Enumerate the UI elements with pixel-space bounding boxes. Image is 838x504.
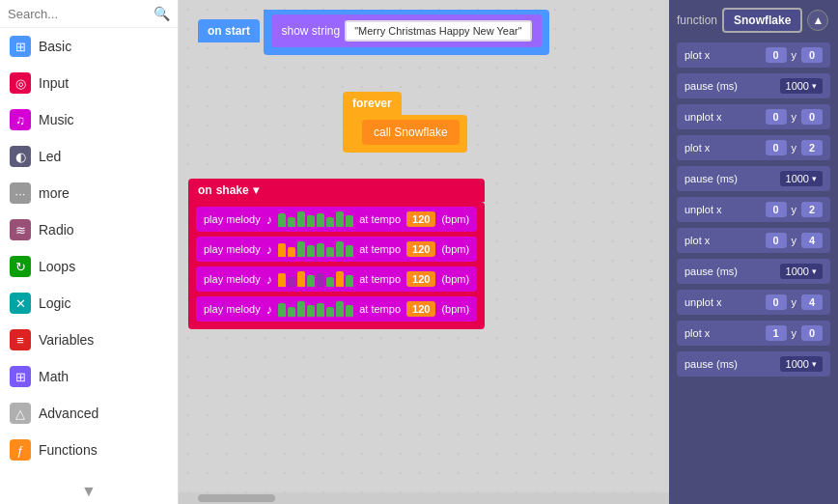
sidebar-item-input[interactable]: ◎ Input	[0, 65, 178, 101]
string-value[interactable]: "Merry Christmas Happy New Year"	[345, 20, 531, 42]
loops-icon: ↻	[10, 256, 31, 277]
sidebar-item-variables[interactable]: ≡ Variables	[0, 322, 178, 358]
unplot-label: unplot x	[684, 111, 761, 123]
input-label: Input	[39, 75, 69, 91]
y-label: y	[792, 111, 797, 123]
y-value[interactable]: 0	[801, 47, 823, 63]
music-note-icon: ♪	[266, 272, 273, 287]
expand-button[interactable]: ▲	[807, 10, 828, 31]
pause-value[interactable]: 1000 ▾	[780, 356, 823, 372]
plot-label: plot x	[684, 142, 761, 154]
bpm-label: (bpm)	[441, 213, 469, 225]
plot-row[interactable]: plot x 0 y 2	[677, 135, 830, 160]
sidebar-item-basic[interactable]: ⊞ Basic	[0, 28, 178, 65]
show-string-block[interactable]: show string "Merry Christmas Happy New Y…	[271, 14, 541, 47]
more-icon: ···	[10, 182, 31, 204]
more-label: more	[39, 185, 70, 201]
x-value[interactable]: 0	[766, 233, 787, 248]
pause-row[interactable]: pause (ms) 1000 ▾	[677, 73, 830, 98]
sidebar-item-advanced[interactable]: △ Advanced	[0, 395, 178, 432]
y-value[interactable]: 4	[801, 233, 823, 248]
call-label: call Snowflake	[374, 126, 448, 139]
note-bar	[336, 211, 344, 227]
tempo-value[interactable]: 120	[406, 211, 435, 227]
x-value[interactable]: 0	[766, 47, 787, 63]
y-label: y	[792, 204, 797, 215]
y-value[interactable]: 2	[801, 140, 823, 155]
melody-block-3[interactable]: play melody ♪ at tempo 120 (bpm)	[196, 266, 477, 292]
y-value[interactable]: 4	[801, 294, 823, 310]
math-icon: ⊞	[10, 366, 31, 387]
horizontal-scrollbar[interactable]	[179, 492, 669, 504]
y-label: y	[792, 49, 797, 61]
unplot-row[interactable]: unplot x 0 y 4	[677, 290, 830, 315]
pause-value[interactable]: 1000 ▾	[780, 171, 823, 186]
x-value[interactable]: 0	[766, 202, 787, 217]
sidebar: 🔍 ⊞ Basic ◎ Input ♫ Music ◐ Led ··· more…	[0, 0, 179, 504]
on-start-header: on start	[198, 19, 260, 42]
unplot-label: unplot x	[684, 296, 761, 308]
functions-label: Functions	[39, 442, 98, 458]
pause-chevron-icon: ▾	[812, 359, 817, 369]
plot-row[interactable]: plot x 0 y 4	[677, 228, 830, 253]
forever-group: forever call Snowflake	[343, 92, 467, 153]
search-input[interactable]	[8, 7, 154, 21]
y-value[interactable]: 0	[801, 109, 823, 125]
note-bar	[297, 271, 305, 287]
note-bar	[307, 215, 315, 227]
shake-dropdown-icon[interactable]: ▾	[253, 183, 259, 197]
sidebar-item-radio[interactable]: ≋ Radio	[0, 211, 178, 248]
note-bar	[346, 275, 353, 287]
sidebar-item-loops[interactable]: ↻ Loops	[0, 248, 178, 285]
tempo-value[interactable]: 120	[406, 271, 435, 287]
radio-icon: ≋	[10, 219, 31, 240]
at-tempo-label: at tempo	[359, 273, 401, 285]
call-block[interactable]: call Snowflake	[362, 120, 460, 145]
pause-value[interactable]: 1000 ▾	[780, 264, 823, 279]
sidebar-item-functions[interactable]: ƒ Functions	[0, 432, 178, 468]
sidebar-item-more[interactable]: ··· more	[0, 175, 178, 211]
pause-value[interactable]: 1000 ▾	[780, 78, 823, 94]
music-note-icon: ♪	[266, 242, 273, 257]
x-value[interactable]: 0	[766, 140, 787, 155]
play-melody-label: play melody	[204, 303, 261, 315]
sidebar-item-led[interactable]: ◐ Led	[0, 138, 178, 175]
bpm-label: (bpm)	[441, 303, 469, 315]
note-bar	[336, 271, 344, 287]
tempo-value[interactable]: 120	[406, 301, 435, 317]
x-value[interactable]: 1	[766, 325, 787, 341]
sidebar-item-music[interactable]: ♫ Music	[0, 101, 178, 138]
function-header: function Snowflake ▲	[677, 8, 830, 33]
play-melody-label: play melody	[204, 213, 261, 225]
led-label: Led	[39, 149, 61, 164]
melody-block-2[interactable]: play melody ♪ at tempo 120 (bpm)	[196, 237, 477, 262]
plot-row[interactable]: plot x 0 y 0	[677, 42, 830, 68]
sidebar-item-math[interactable]: ⊞ Math	[0, 358, 178, 395]
music-label: Music	[39, 112, 74, 127]
y-value[interactable]: 2	[801, 202, 823, 217]
x-value[interactable]: 0	[766, 294, 787, 310]
sidebar-item-logic[interactable]: ✕ Logic	[0, 285, 178, 322]
pause-row[interactable]: pause (ms) 1000 ▾	[677, 351, 830, 377]
melody-block-4[interactable]: play melody ♪ at tempo 120 (bpm)	[196, 296, 477, 322]
pause-row[interactable]: pause (ms) 1000 ▾	[677, 166, 830, 191]
advanced-icon: △	[10, 403, 31, 424]
tempo-value[interactable]: 120	[406, 241, 435, 257]
melody-block-1[interactable]: play melody ♪ at tempo 120 (bpm)	[196, 207, 477, 232]
scroll-thumb[interactable]	[198, 494, 275, 502]
on-start-body: show string "Merry Christmas Happy New Y…	[264, 10, 548, 55]
plot-row[interactable]: plot x 1 y 0	[677, 321, 830, 346]
pause-chevron-icon: ▾	[812, 174, 817, 183]
music-icon: ♫	[10, 109, 31, 130]
note-bar	[278, 243, 286, 257]
y-value[interactable]: 0	[801, 325, 823, 341]
plot-label: plot x	[684, 49, 761, 61]
sidebar-scroll-down[interactable]: ▼	[0, 479, 178, 504]
shake-label: shake	[216, 183, 249, 197]
pause-row[interactable]: pause (ms) 1000 ▾	[677, 259, 830, 284]
pause-label: pause (ms)	[684, 80, 775, 92]
unplot-row[interactable]: unplot x 0 y 2	[677, 197, 830, 222]
x-value[interactable]: 0	[766, 109, 787, 125]
melody-notes	[278, 211, 353, 227]
unplot-row[interactable]: unplot x 0 y 0	[677, 104, 830, 129]
